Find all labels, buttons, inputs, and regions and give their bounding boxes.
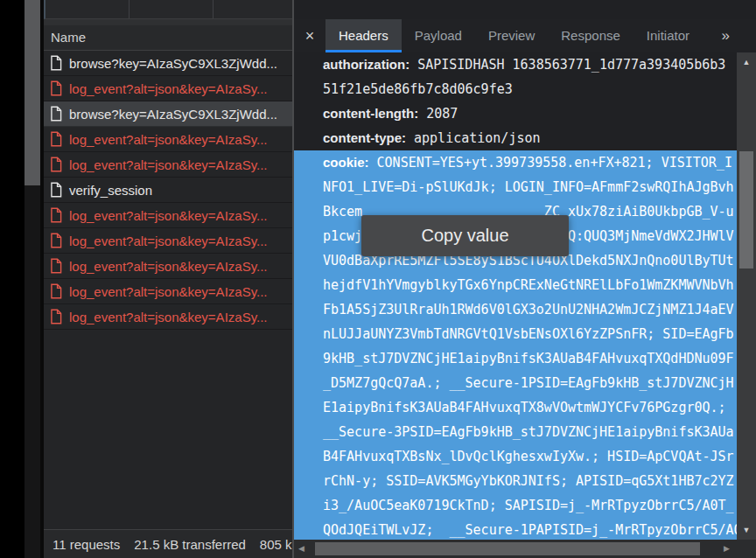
header-value: Fb1A5SjZ3UlRraUh1RWd6V0lGX3o2UnU2NHA2WmJ… <box>323 302 734 317</box>
request-row-label: log_event?alt=json&key=AIzaSy... <box>69 234 268 248</box>
file-icon <box>50 131 62 147</box>
request-row-label: log_event?alt=json&key=AIzaSy... <box>69 310 268 324</box>
file-icon <box>50 157 62 172</box>
header-value: CONSENT=YES+yt.399739558.en+FX+821; VISI… <box>369 155 732 171</box>
file-icon <box>50 233 62 248</box>
requests-count: 11 requests <box>52 537 120 552</box>
more-tabs-icon[interactable]: » <box>722 19 756 52</box>
tab-preview[interactable]: Preview <box>475 19 548 52</box>
request-row-label: log_event?alt=json&key=AIzaSy... <box>69 132 268 147</box>
horizontal-scrollbar-thumb[interactable] <box>315 542 700 555</box>
request-row-label: log_event?alt=json&key=AIzaSy... <box>69 284 268 299</box>
copy-value-menu-item[interactable]: Copy value <box>361 215 569 256</box>
header-line-authorization[interactable]: authorization: SAPISIDHASH 1638563771_1d… <box>294 52 737 77</box>
scrollbar-corner <box>737 540 756 558</box>
name-column-header[interactable]: Name <box>44 25 292 51</box>
header-value: __Secure-3PSID=EAgFb9kHB_stJ7DVZNCjHE1ai… <box>323 424 734 440</box>
file-icon <box>50 106 62 122</box>
header-line[interactable]: i3_/AuOC5eaK0719CkTnD; SAPISID=j_-MrRTpy… <box>294 493 737 518</box>
header-value: 2087 <box>418 106 458 122</box>
request-row[interactable]: log_event?alt=json&key=AIzaSy... <box>44 203 292 228</box>
request-row[interactable]: log_event?alt=json&key=AIzaSy... <box>44 152 292 178</box>
copy-value-label: Copy value <box>421 226 508 246</box>
request-row[interactable]: log_event?alt=json&key=AIzaSy... <box>44 127 292 152</box>
request-row-label: browse?key=AIzaSyC9XL3ZjWdd... <box>69 56 277 71</box>
scroll-right-arrow-icon[interactable]: ▶ <box>724 540 730 558</box>
file-icon <box>50 182 62 198</box>
request-row[interactable]: verify_session <box>44 178 292 203</box>
header-line[interactable]: hejdfV1hYVmgyblkyTGx6YnpCRExNeGtNRElLbFo… <box>294 273 737 297</box>
request-list: browse?key=AIzaSyC9XL3ZjWdd...log_event?… <box>44 51 292 330</box>
header-line[interactable]: 9kHB_stJ7DVZNCjHE1aipyBnifsK3AUaB4FAHvux… <box>294 346 737 371</box>
network-request-panel: Name browse?key=AIzaSyC9XL3ZjWdd...log_e… <box>44 19 292 558</box>
close-icon[interactable]: × <box>294 19 326 52</box>
scroll-down-arrow-icon[interactable]: ▼ <box>737 526 756 534</box>
tab-list: HeadersPayloadPreviewResponseInitiator <box>326 19 703 52</box>
header-value: 51f21e5de86fb7c8d06c9fe3 <box>323 81 513 97</box>
header-line[interactable]: QOdJQEiTWLvJZ; __Secure-1PAPISID=j_-MrRT… <box>294 518 737 540</box>
header-value: QOdJQEiTWLvJZ; __Secure-1PAPISID=j_-MrRT… <box>323 522 737 538</box>
request-row-label: log_event?alt=json&key=AIzaSy... <box>69 208 268 223</box>
request-row-label: log_event?alt=json&key=AIzaSy... <box>69 81 268 96</box>
request-row[interactable]: browse?key=AIzaSyC9XL3ZjWdd... <box>44 51 292 76</box>
header-name: authorization: <box>323 57 410 72</box>
header-line[interactable]: Fb1A5SjZ3UlRraUh1RWd6V0lGX3o2UnU2NHA2WmJ… <box>294 297 737 322</box>
scroll-left-arrow-icon[interactable]: ◀ <box>298 540 304 558</box>
tab-initiator[interactable]: Initiator <box>634 19 703 52</box>
header-line[interactable]: B4FAHvuxqTXBsNx_lDvQclKghesxwIyXw.; HSID… <box>294 444 737 469</box>
header-value: _D5MZ7gQcQ7aA.; __Secure-1PSID=EAgFb9kHB… <box>323 375 734 391</box>
request-row[interactable]: log_event?alt=json&key=AIzaSy... <box>44 228 292 254</box>
file-icon <box>50 55 62 71</box>
detail-tab-bar: × HeadersPayloadPreviewResponseInitiator… <box>294 19 756 52</box>
header-value: nLUJJaUNYZ3VmbTdNRGVtQ1VsbENsOXl6YzZPSnF… <box>323 326 734 342</box>
resources-size: 805 kB <box>260 537 292 552</box>
header-value: i3_/AuOC5eaK0719CkTnD; SAPISID=j_-MrRTpy… <box>323 498 734 513</box>
header-line[interactable]: rChN-y; SSID=AVK5MGyYbKORJNIfS; APISID=q… <box>294 469 737 493</box>
request-row-label: log_event?alt=json&key=AIzaSy... <box>69 157 268 172</box>
scroll-up-arrow-icon[interactable]: ▲ <box>737 58 756 66</box>
request-row-label: log_event?alt=json&key=AIzaSy... <box>69 259 268 274</box>
vertical-scrollbar[interactable]: ▲ ▼ <box>737 52 756 540</box>
file-icon <box>50 258 62 274</box>
header-value: hejdfV1hYVmgyblkyTGx6YnpCRExNeGtNRElLbFo… <box>323 277 734 293</box>
header-line-content-type[interactable]: content-type: application/json <box>294 126 737 150</box>
header-line-content-length[interactable]: content-length: 2087 <box>294 101 737 126</box>
header-value: 9kHB_stJ7DVZNCjHE1aipyBnifsK3AUaB4FAHvux… <box>323 351 734 366</box>
headers-content: authorization: SAPISIDHASH 1638563771_1d… <box>294 52 737 540</box>
file-icon <box>50 283 62 299</box>
transferred-size: 21.5 kB transferred <box>134 537 246 552</box>
vertical-scrollbar-thumb[interactable] <box>739 151 753 269</box>
header-line[interactable]: 51f21e5de86fb7c8d06c9fe3 <box>294 77 737 101</box>
header-line[interactable]: NFO1_LIVE=Di-pSlUKdJk; LOGIN_INFO=AFmmF2… <box>294 175 737 199</box>
header-name: content-type: <box>323 130 406 145</box>
tab-payload[interactable]: Payload <box>402 19 475 52</box>
file-icon <box>50 309 62 324</box>
header-line[interactable]: _D5MZ7gQcQ7aA.; __Secure-1PSID=EAgFb9kHB… <box>294 371 737 395</box>
request-detail-panel: × HeadersPayloadPreviewResponseInitiator… <box>294 0 756 558</box>
file-icon <box>50 80 62 96</box>
header-value: B4FAHvuxqTXBsNx_lDvQclKghesxwIyXw.; HSID… <box>323 449 734 464</box>
header-name: cookie: <box>323 155 369 170</box>
tab-headers[interactable]: Headers <box>326 19 402 52</box>
panel-top-gap <box>44 19 292 25</box>
header-value: application/json <box>406 130 541 146</box>
header-name: content-length: <box>323 106 418 121</box>
page-scrollbar[interactable] <box>24 0 40 558</box>
page-scrollbar-thumb[interactable] <box>24 0 40 185</box>
header-line[interactable]: __Secure-3PSID=EAgFb9kHB_stJ7DVZNCjHE1ai… <box>294 420 737 444</box>
request-row[interactable]: browse?key=AIzaSyC9XL3ZjWdd... <box>44 101 292 127</box>
request-row[interactable]: log_event?alt=json&key=AIzaSy... <box>44 279 292 304</box>
request-row-label: browse?key=AIzaSyC9XL3ZjWdd... <box>69 107 277 122</box>
header-line[interactable]: nLUJJaUNYZ3VmbTdNRGVtQ1VsbENsOXl6YzZPSnF… <box>294 322 737 346</box>
header-value: NFO1_LIVE=Di-pSlUKdJk; LOGIN_INFO=AFmmF2… <box>323 179 734 195</box>
request-row[interactable]: log_event?alt=json&key=AIzaSy... <box>44 304 292 330</box>
header-line-cookie[interactable]: cookie: CONSENT=YES+yt.399739558.en+FX+8… <box>294 150 737 175</box>
request-row[interactable]: log_event?alt=json&key=AIzaSy... <box>44 76 292 101</box>
header-value: SAPISIDHASH 1638563771_1d777a393405b6b3 <box>410 57 725 73</box>
header-line[interactable]: E1aipyBnifsK3AUaB4FAHvuxqTX8wVOwtmWJYCFv… <box>294 395 737 420</box>
request-row-label: verify_session <box>69 183 152 198</box>
header-value: E1aipyBnifsK3AUaB4FAHvuxqTX8wVOwtmWJYCFv… <box>323 400 726 415</box>
request-row[interactable]: log_event?alt=json&key=AIzaSy... <box>44 254 292 279</box>
tab-response[interactable]: Response <box>548 19 634 52</box>
horizontal-scrollbar[interactable]: ◀ ▶ <box>294 540 737 558</box>
